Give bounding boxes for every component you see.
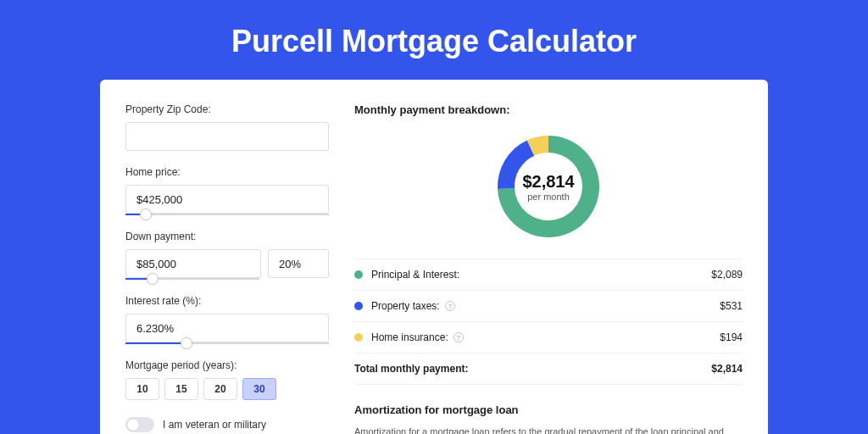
legend-dot xyxy=(354,333,363,342)
form-column: Property Zip Code: Home price: Down paym… xyxy=(125,103,329,434)
toggle-knob xyxy=(127,419,139,431)
donut-sub: per month xyxy=(527,192,570,202)
home-price-label: Home price: xyxy=(125,166,329,178)
legend-value: $531 xyxy=(720,300,743,312)
page-title: Purcell Mortgage Calculator xyxy=(0,0,868,80)
legend-label: Principal & Interest: xyxy=(371,269,711,281)
slider-thumb[interactable] xyxy=(147,273,159,285)
amortization-title: Amortization for mortgage loan xyxy=(354,403,743,416)
slider-thumb[interactable] xyxy=(181,337,192,349)
interest-input[interactable] xyxy=(125,314,329,342)
total-label: Total monthly payment: xyxy=(354,363,711,375)
interest-label: Interest rate (%): xyxy=(125,295,329,307)
calculator-panel: Property Zip Code: Home price: Down paym… xyxy=(100,80,768,434)
home-price-input[interactable] xyxy=(125,185,329,214)
total-value: $2,814 xyxy=(711,363,743,375)
zip-field: Property Zip Code: xyxy=(125,103,329,151)
legend-label: Property taxes:? xyxy=(371,300,720,312)
amortization-text: Amortization for a mortgage loan refers … xyxy=(354,425,743,434)
legend-row: Property taxes:?$531 xyxy=(354,291,743,322)
down-payment-input[interactable] xyxy=(125,249,261,278)
slider-thumb[interactable] xyxy=(140,209,152,220)
zip-label: Property Zip Code: xyxy=(125,103,329,115)
home-price-slider[interactable] xyxy=(125,214,329,215)
legend-dot xyxy=(354,270,363,279)
zip-input[interactable] xyxy=(125,122,329,151)
legend-label: Home insurance:? xyxy=(371,331,720,343)
veteran-label: I am veteran or military xyxy=(163,419,266,431)
legend-row: Home insurance:?$194 xyxy=(354,322,743,353)
down-payment-slider[interactable] xyxy=(125,278,259,280)
period-field: Mortgage period (years): 10152030 xyxy=(125,359,329,400)
info-icon[interactable]: ? xyxy=(453,332,464,342)
veteran-row: I am veteran or military xyxy=(125,417,329,432)
legend-dot xyxy=(354,302,363,310)
total-row: Total monthly payment: $2,814 xyxy=(354,353,743,385)
veteran-toggle[interactable] xyxy=(125,417,154,432)
legend: Principal & Interest:$2,089Property taxe… xyxy=(354,259,743,353)
interest-slider[interactable] xyxy=(125,342,329,344)
period-btn-15[interactable]: 15 xyxy=(164,378,198,400)
period-label: Mortgage period (years): xyxy=(125,359,329,371)
down-payment-label: Down payment: xyxy=(125,231,329,242)
donut-center: $2,814 per month xyxy=(493,131,604,242)
donut-chart: $2,814 per month xyxy=(354,131,743,242)
info-icon[interactable]: ? xyxy=(445,301,455,311)
period-btn-10[interactable]: 10 xyxy=(125,378,159,400)
breakdown-column: Monthly payment breakdown: $2,814 per mo… xyxy=(354,103,743,434)
down-payment-pct-input[interactable] xyxy=(268,249,329,278)
breakdown-title: Monthly payment breakdown: xyxy=(354,103,743,116)
legend-value: $194 xyxy=(720,331,743,343)
donut-amount: $2,814 xyxy=(522,172,574,192)
home-price-field: Home price: xyxy=(125,166,329,215)
period-btn-20[interactable]: 20 xyxy=(203,378,237,400)
interest-field: Interest rate (%): xyxy=(125,295,329,344)
legend-value: $2,089 xyxy=(711,269,743,281)
down-payment-field: Down payment: xyxy=(125,231,329,280)
period-btn-30[interactable]: 30 xyxy=(242,378,276,400)
legend-row: Principal & Interest:$2,089 xyxy=(354,259,743,291)
